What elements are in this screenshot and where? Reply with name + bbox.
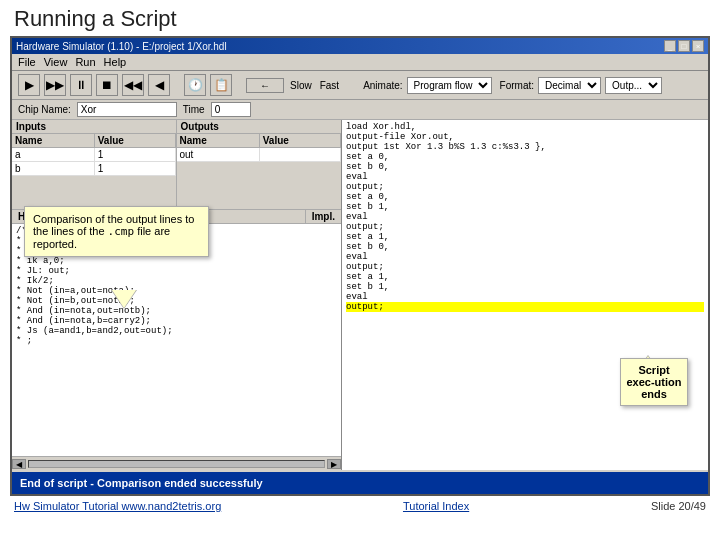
hdl-code[interactable]: /**Xor exclusive or) gate * if (a=0,carr… bbox=[12, 224, 341, 456]
pause-button[interactable]: ⏸ bbox=[70, 74, 92, 96]
format-label: Format: bbox=[500, 80, 534, 91]
inputs-header: Inputs bbox=[12, 120, 176, 134]
menu-run[interactable]: Run bbox=[75, 56, 95, 68]
chipname-row: Chip Name: Time bbox=[12, 100, 708, 120]
script-output-line: eval bbox=[346, 172, 704, 182]
script-output-line: load Xor.hdl, bbox=[346, 122, 704, 132]
menubar: File View Run Help bbox=[12, 54, 708, 71]
script-output-line: set a 1, bbox=[346, 272, 704, 282]
format-combo[interactable]: Decimal bbox=[538, 77, 601, 94]
chipname-input[interactable] bbox=[77, 102, 177, 117]
inputs-col-name: Name bbox=[12, 134, 94, 148]
outputs-col-value: Value bbox=[259, 134, 340, 148]
inputs-table: Name Value a 1 b 1 bbox=[12, 134, 176, 176]
input-a-name: a bbox=[12, 148, 94, 162]
slow-label: Slow bbox=[288, 80, 314, 91]
rewind-button[interactable]: ◀◀ bbox=[122, 74, 144, 96]
tooltip-box: Comparison of the output lines to the li… bbox=[24, 206, 209, 257]
scroll-track[interactable] bbox=[28, 460, 325, 468]
hw-simulator-link[interactable]: Hw Simulator Tutorial www.nand2tetris.or… bbox=[14, 500, 221, 512]
script-output-line: eval bbox=[346, 292, 704, 302]
window-title-text: Hardware Simulator (1.10) - E:/project 1… bbox=[16, 41, 227, 52]
inputs-col-value: Value bbox=[94, 134, 175, 148]
script-output-line: set b 1, bbox=[346, 202, 704, 212]
window-controls: _ □ × bbox=[664, 40, 704, 52]
script-output-line: eval bbox=[346, 252, 704, 262]
script-ends-box: Script exec-ution ends bbox=[620, 358, 688, 406]
outputs-header: Outputs bbox=[177, 120, 342, 134]
chipname-label: Chip Name: bbox=[18, 104, 71, 115]
script-output-line: set a 0, bbox=[346, 152, 704, 162]
scroll-right-btn[interactable]: ▶ bbox=[327, 459, 341, 469]
tooltip-text: Comparison of the output lines to the li… bbox=[33, 213, 194, 250]
status-bar: End of script - Comparison ended success… bbox=[12, 472, 708, 494]
output-combo[interactable]: Outp... bbox=[605, 77, 662, 94]
fast-label: Fast bbox=[318, 80, 341, 91]
maximize-button[interactable]: □ bbox=[678, 40, 690, 52]
script-output-line: output-file Xor.out, bbox=[346, 132, 704, 142]
outputs-table: Name Value out bbox=[177, 134, 342, 162]
run-fast-button[interactable]: ▶▶ bbox=[44, 74, 66, 96]
outputs-panel: Outputs Name Value out bbox=[177, 120, 342, 209]
page-title: Running a Script bbox=[0, 0, 720, 36]
tutorial-index-link[interactable]: Tutorial Index bbox=[403, 500, 469, 512]
script-output-line: set a 1, bbox=[346, 232, 704, 242]
scroll-left-btn[interactable]: ◀ bbox=[12, 459, 26, 469]
input-b-name: b bbox=[12, 162, 94, 176]
time-input[interactable] bbox=[211, 102, 251, 117]
hdl-scrollbar[interactable]: ◀ ▶ bbox=[12, 456, 341, 470]
animate-label: Animate: bbox=[363, 80, 402, 91]
menu-file[interactable]: File bbox=[18, 56, 36, 68]
outputs-col-name: Name bbox=[177, 134, 260, 148]
script-output-line: set b 1, bbox=[346, 282, 704, 292]
right-panel: load Xor.hdl,output-file Xor.out,output … bbox=[342, 120, 708, 470]
stop-button[interactable]: ⏹ bbox=[96, 74, 118, 96]
load-script-button[interactable]: 📋 bbox=[210, 74, 232, 96]
slide-number: Slide 20/49 bbox=[651, 500, 706, 512]
input-a-value: 1 bbox=[94, 148, 175, 162]
script-output: load Xor.hdl,output-file Xor.out,output … bbox=[342, 120, 708, 470]
script-output-line: set b 0, bbox=[346, 162, 704, 172]
animate-combo[interactable]: Program flow bbox=[407, 77, 492, 94]
bottom-bar: Hw Simulator Tutorial www.nand2tetris.or… bbox=[0, 496, 720, 516]
table-row: a 1 bbox=[12, 148, 175, 162]
output-out-value bbox=[259, 148, 340, 162]
script-output-line: eval bbox=[346, 212, 704, 222]
close-button[interactable]: × bbox=[692, 40, 704, 52]
io-section: Inputs Name Value a 1 bbox=[12, 120, 341, 210]
tooltip-arrow bbox=[112, 290, 136, 308]
toolbar: ▶ ▶▶ ⏸ ⏹ ◀◀ ◀ 🕐 📋 ← Slow Fast Animate: P… bbox=[12, 71, 708, 100]
script-output-line: output; bbox=[346, 262, 704, 272]
script-output-line: output 1st Xor 1.3 b%S 1.3 c:%s3.3 }, bbox=[346, 142, 704, 152]
minimize-button[interactable]: _ bbox=[664, 40, 676, 52]
simulator-window: Hardware Simulator (1.10) - E:/project 1… bbox=[10, 36, 710, 496]
script-output-line: output; bbox=[346, 182, 704, 192]
window-titlebar: Hardware Simulator (1.10) - E:/project 1… bbox=[12, 38, 708, 54]
input-b-value: 1 bbox=[94, 162, 175, 176]
script-output-line: set b 0, bbox=[346, 242, 704, 252]
script-output-line: set a 0, bbox=[346, 192, 704, 202]
script-output-line: output; bbox=[346, 302, 704, 312]
table-row: b 1 bbox=[12, 162, 175, 176]
step-back-button[interactable]: ◀ bbox=[148, 74, 170, 96]
script-ends-text: Script exec-ution ends bbox=[626, 364, 681, 400]
script-output-line: output; bbox=[346, 222, 704, 232]
output-out-name: out bbox=[177, 148, 260, 162]
menu-view[interactable]: View bbox=[44, 56, 68, 68]
inputs-panel: Inputs Name Value a 1 bbox=[12, 120, 177, 209]
run-button[interactable]: ▶ bbox=[18, 74, 40, 96]
hdl-impl-label: Impl. bbox=[306, 210, 341, 223]
time-label: Time bbox=[183, 104, 205, 115]
table-row: out bbox=[177, 148, 341, 162]
clock-button[interactable]: 🕐 bbox=[184, 74, 206, 96]
speed-slow: ← bbox=[246, 78, 284, 93]
menu-help[interactable]: Help bbox=[104, 56, 127, 68]
status-text: End of script - Comparison ended success… bbox=[20, 477, 263, 489]
left-panel: Inputs Name Value a 1 bbox=[12, 120, 342, 470]
